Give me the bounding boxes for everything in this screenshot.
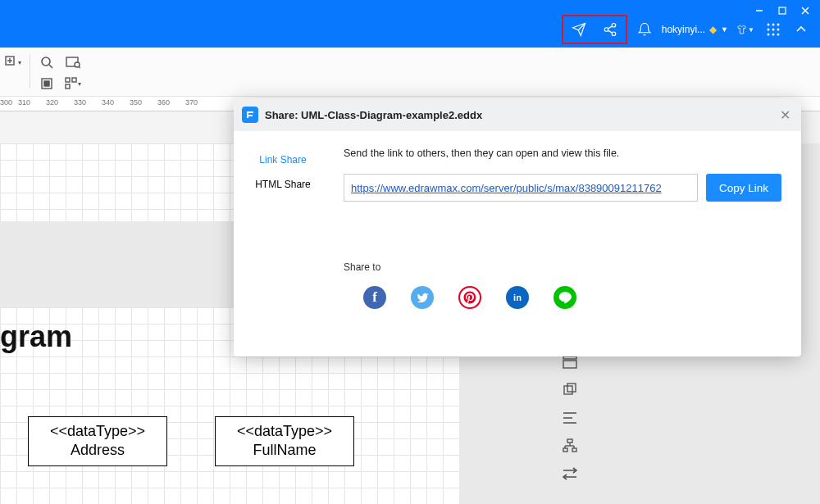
svg-rect-38: [567, 439, 572, 443]
dialog-main: Send the link to others, then they can o…: [332, 131, 801, 356]
svg-point-14: [777, 29, 780, 31]
share-icon[interactable]: [601, 20, 619, 39]
svg-rect-29: [72, 78, 76, 82]
user-name: hokyinyi...: [662, 24, 705, 35]
share-dialog: Share: UML-Class-Diagram-example2.eddx ✕…: [234, 98, 801, 356]
svg-point-17: [777, 34, 780, 36]
svg-rect-39: [563, 448, 567, 452]
window-minimize[interactable]: [749, 3, 769, 18]
preview-icon[interactable]: [63, 54, 83, 70]
uml-class-fullname[interactable]: <<dataType>> FullName: [215, 416, 354, 466]
bell-icon[interactable]: [636, 20, 654, 39]
svg-point-9: [768, 24, 770, 26]
chevron-down-icon: ▼: [721, 25, 728, 34]
svg-rect-1: [779, 7, 786, 14]
svg-rect-32: [563, 361, 576, 368]
toolbar: ▾ ▾: [0, 48, 820, 97]
svg-point-10: [772, 24, 775, 26]
diagram-title[interactable]: gram: [0, 320, 72, 354]
tree-icon[interactable]: [560, 436, 580, 456]
share-twitter-icon[interactable]: [411, 286, 434, 309]
layout-icon[interactable]: ▾: [63, 75, 83, 92]
share-buttons-highlight: [562, 15, 627, 44]
svg-rect-24: [44, 81, 49, 86]
svg-line-22: [49, 65, 52, 68]
class-name: FullName: [224, 441, 345, 460]
share-description: Send the link to others, then they can o…: [344, 148, 781, 159]
share-pinterest-icon[interactable]: [458, 286, 481, 309]
svg-rect-30: [66, 84, 70, 89]
send-icon[interactable]: [570, 20, 588, 39]
diamond-icon: ◆: [709, 24, 717, 35]
svg-line-27: [79, 66, 80, 68]
search-icon[interactable]: [37, 54, 57, 70]
user-menu[interactable]: hokyinyi... ◆ ▼: [662, 24, 728, 35]
svg-point-6: [612, 32, 616, 36]
share-facebook-icon[interactable]: f: [363, 286, 386, 309]
svg-point-11: [777, 24, 780, 26]
dialog-header: Share: UML-Class-Diagram-example2.eddx ✕: [234, 98, 801, 131]
titlebar: hokyinyi... ◆ ▼ ▼: [0, 0, 820, 48]
svg-line-8: [608, 30, 612, 33]
shirt-icon[interactable]: ▼: [736, 20, 754, 39]
window-restore[interactable]: [772, 3, 792, 18]
add-button[interactable]: ▾: [3, 54, 23, 70]
stereotype: <<dataType>>: [37, 422, 158, 441]
share-linkedin-icon[interactable]: in: [506, 286, 529, 309]
svg-rect-31: [563, 356, 576, 359]
svg-point-5: [604, 28, 608, 32]
stereotype: <<dataType>>: [224, 422, 345, 441]
right-sidebar: [558, 352, 582, 484]
svg-rect-34: [567, 384, 576, 392]
class-name: Address: [37, 441, 158, 460]
app-logo-icon: [242, 107, 258, 123]
layers-icon[interactable]: [560, 380, 580, 400]
svg-point-4: [612, 24, 616, 28]
window-close[interactable]: [795, 3, 815, 18]
svg-rect-40: [572, 448, 576, 452]
uml-class-address[interactable]: <<dataType>> Address: [28, 416, 167, 466]
svg-point-16: [772, 34, 775, 36]
dialog-sidebar: Link Share HTML Share: [234, 131, 332, 356]
copy-link-button[interactable]: Copy Link: [706, 174, 781, 202]
svg-rect-33: [564, 386, 572, 394]
share-link-input[interactable]: [344, 174, 698, 202]
apps-icon[interactable]: [764, 20, 782, 39]
share-to-label: Share to: [344, 261, 781, 273]
svg-point-13: [772, 29, 775, 31]
dialog-title: Share: UML-Class-Diagram-example2.eddx: [265, 109, 770, 121]
align-icon[interactable]: [560, 408, 580, 428]
collapse-panel-icon[interactable]: [792, 20, 810, 39]
svg-point-21: [42, 57, 50, 66]
tab-link-share[interactable]: Link Share: [234, 148, 332, 172]
svg-point-15: [768, 34, 770, 36]
svg-rect-28: [66, 78, 70, 82]
svg-line-7: [608, 26, 612, 29]
close-icon[interactable]: ✕: [777, 107, 793, 123]
share-icons: f in: [344, 286, 781, 309]
tab-html-share[interactable]: HTML Share: [234, 172, 332, 197]
share-line-icon[interactable]: [554, 286, 576, 309]
svg-point-12: [768, 29, 770, 31]
fit-page-icon[interactable]: [37, 75, 57, 92]
shuffle-icon[interactable]: [560, 464, 580, 484]
